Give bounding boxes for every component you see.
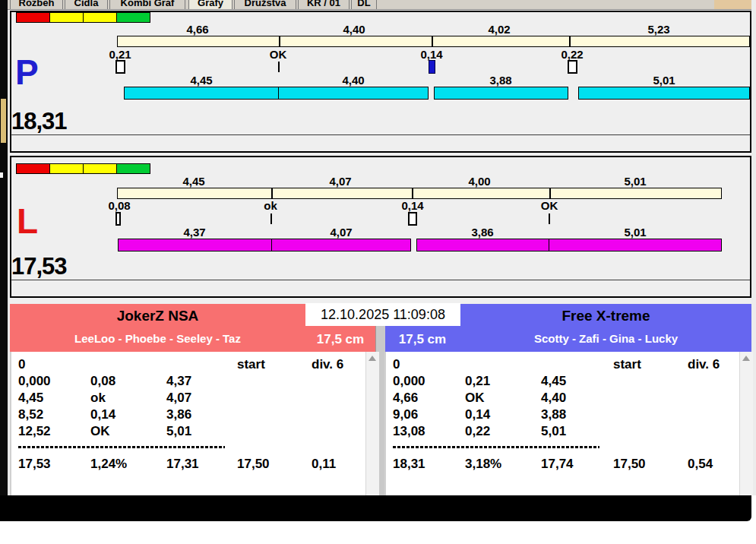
run-cell: 3,86 [166,407,191,422]
tab-rozbeh[interactable]: Rozbeh [10,0,63,10]
lane-l-dog-time-label: 3,86 [471,226,493,239]
desktop-edge-accent [1,99,6,143]
team-left-run-log[interactable]: 0 start div. 6 0,000 0,08 4,37 4,45 ok 4… [10,352,379,495]
lane-l-change-marker-box [408,212,417,226]
lane-l-dog-time-label: 5,01 [624,226,646,239]
lane-p-change-label: 0,21 [109,48,131,61]
tab-label: Kombi Graf [121,0,175,8]
tab-kr-01[interactable]: KR / 01 [298,0,350,10]
lane-l-change-label: OK [541,199,558,212]
tab-cidla[interactable]: Cidla [65,0,108,10]
lane-p-total-time: 18,31 [11,109,67,133]
run-cell: 4,66 [393,391,418,406]
desktop-edge-mark [0,172,3,178]
tab-kombi-graf[interactable]: Kombi Graf [109,0,185,10]
lane-p-run-segment [278,87,429,100]
datetime-text: 12.10.2025 11:09:08 [321,307,445,323]
team-right-name: Free X-treme [460,308,751,324]
lane-p-run-segment [124,87,279,100]
run-cell: 4,45 [18,391,43,406]
lane-l-run-segment [271,239,411,251]
lane-p-dog-time-label: 4,40 [342,74,364,87]
lane-p-dog-time-label: 4,45 [190,74,212,87]
status-light-yellow [49,12,84,23]
tab-grafy[interactable]: Grafy [188,0,232,10]
team-right-run-log[interactable]: 0 start div. 6 0,000 0,21 4,45 4,66 OK 4… [384,352,753,495]
scroll-up-icon[interactable] [742,356,750,361]
run-cell: 9,06 [393,407,418,422]
lane-p-letter: P [15,55,39,90]
lane-p-run-segment [434,87,568,100]
team-left-name: JokerZ NSA [10,308,305,324]
bar-divider-tick [412,188,413,198]
tab-bar-end-block [714,0,751,10]
lane-l-ideal-bar [117,188,722,199]
run-cell: 12,52 [18,424,51,439]
totals-separator [393,446,599,448]
scrollbar-vertical[interactable] [739,352,753,495]
run-total-percent: 3,18% [465,457,501,472]
bar-divider-tick [432,36,433,46]
run-cell: 0,000 [18,374,51,389]
run-total-diff: 0,54 [688,457,713,472]
run-cell: 4,37 [166,374,191,389]
run-cell: 3,88 [541,407,566,422]
status-light-yellow [83,12,117,23]
run-cell: OK [90,424,110,439]
lane-p-run-segment [578,87,750,100]
run-start-label: start [237,357,265,372]
lane-p-ideal-bar [117,36,750,47]
run-total-diff: 0,11 [312,457,336,472]
lane-p-top-split-label: 5,23 [647,23,669,36]
lane-p-top-split-label: 4,40 [343,23,365,36]
run-division-label: div. 6 [688,357,720,372]
bar-divider-tick [569,36,571,46]
run-cell: 0,22 [465,424,490,439]
run-total-percent: 1,24% [90,457,127,472]
datetime-display: 12.10.2025 11:09:08 [305,303,460,326]
scroll-up-icon[interactable] [369,356,376,361]
lane-p-change-marker-tick [278,62,280,72]
lane-l-change-label: 0,14 [401,199,423,212]
bar-divider-tick [279,36,280,46]
lane-l-top-split-label: 4,00 [468,175,490,188]
tab-druzstva[interactable]: Družstva [234,0,296,10]
bar-divider-tick [549,188,551,198]
lane-l-run-segment [416,239,549,251]
status-light-red [16,163,50,174]
scrollbar-vertical[interactable] [365,352,379,495]
run-cell: 13,08 [393,424,425,439]
lane-p-change-marker-box [115,60,125,74]
lane-p-change-marker-box [568,60,577,74]
run-cell: 0 [393,357,400,372]
tab-dl[interactable]: DL [351,0,377,10]
status-light-green [116,163,150,174]
tab-label: Družstva [245,0,286,8]
run-division-label: div. 6 [312,357,343,372]
lane-l-total-time: 17,53 [11,255,67,278]
run-cell: 4,45 [541,374,566,389]
lane-p-change-label: 0,14 [420,48,442,61]
lane-l-top-split-label: 5,01 [624,175,646,188]
team-left-height: 17,5 cm [305,332,375,347]
run-cell: OK [465,391,485,406]
lane-p-dog-time-label: 5,01 [653,74,675,87]
run-cell: ok [90,391,106,406]
desktop-edge-strip [0,0,8,521]
lane-p-change-label: OK [270,48,287,61]
lane-p-top-split-label: 4,02 [488,23,510,36]
status-light-yellow [49,163,84,174]
lane-p-dog-time-label: 3,88 [489,74,511,87]
run-total-net: 17,31 [166,457,199,472]
run-total-ref: 17,50 [237,457,270,472]
run-cell: 5,01 [166,424,191,439]
lane-l-top-split-label: 4,07 [329,175,351,188]
team-right-height: 17,5 cm [384,332,460,347]
totals-separator [18,446,225,448]
lane-l-run-segment [118,239,272,251]
tab-label: KR / 01 [307,0,340,8]
run-start-label: start [613,357,641,372]
lane-l-letter: L [17,204,38,239]
run-cell: 0,14 [465,407,490,422]
run-cell: 5,01 [541,424,566,439]
